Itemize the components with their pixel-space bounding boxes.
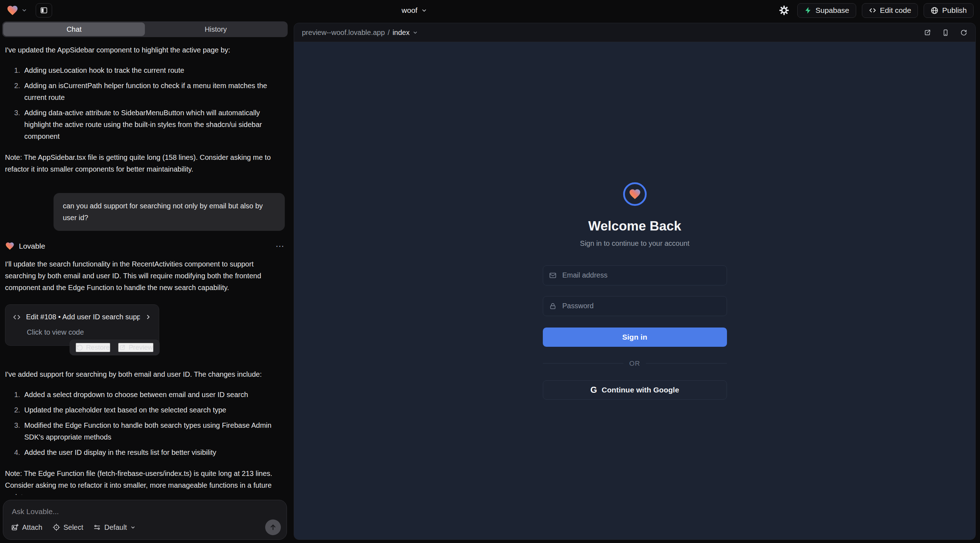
- list-item: Modified the Edge Function to handle bot…: [22, 419, 285, 443]
- list-item: Updated the placeholder text based on th…: [22, 404, 285, 416]
- edit-card-subtitle: Click to view code: [27, 326, 152, 338]
- lock-icon: [549, 302, 557, 310]
- assistant-name: Lovable: [19, 240, 45, 252]
- attach-label: Attach: [22, 523, 43, 532]
- assistant-list: Adding useLocation hook to track the cur…: [5, 65, 285, 142]
- sliders-icon: [93, 523, 101, 531]
- divider-line: [543, 363, 624, 364]
- attach-button[interactable]: Attach: [11, 523, 43, 532]
- restore-icon: [76, 344, 83, 351]
- user-message-row: can you add support for searching not on…: [5, 193, 285, 231]
- publish-button[interactable]: Publish: [924, 3, 974, 18]
- lovable-logo-menu[interactable]: [6, 4, 27, 16]
- chat-input[interactable]: [12, 507, 278, 516]
- edit-code-button[interactable]: Edit code: [862, 3, 918, 18]
- assistant-list: Added a select dropdown to choose betwee…: [5, 389, 285, 459]
- mode-label: Default: [104, 523, 127, 532]
- gear-icon: [779, 5, 789, 15]
- supabase-button[interactable]: Supabase: [797, 3, 856, 18]
- chevron-down-icon: [21, 8, 27, 13]
- mode-selector-button[interactable]: Default: [93, 523, 135, 532]
- preview-panel: preview--woof.lovable.app / index: [294, 23, 976, 540]
- email-field[interactable]: [543, 265, 727, 286]
- google-g-icon: G: [590, 385, 597, 395]
- restore-label: Restore: [86, 344, 110, 351]
- mail-icon: [549, 272, 557, 279]
- login-subtitle: Sign in to continue to your account: [580, 240, 689, 248]
- edit-version-card[interactable]: Edit #108 • Add user ID search supp... C…: [5, 304, 159, 346]
- chat-panel: Chat History I've updated the AppSidebar…: [0, 21, 290, 543]
- preview-url-bar: preview--woof.lovable.app / index: [294, 23, 975, 42]
- assistant-paragraph: I've added support for searching by both…: [5, 368, 285, 380]
- supabase-label: Supabase: [816, 6, 850, 14]
- url-separator: /: [388, 29, 390, 37]
- globe-icon: [931, 6, 939, 14]
- preview-domain[interactable]: preview--woof.lovable.app: [302, 29, 385, 37]
- sidebar-toggle-button[interactable]: [36, 3, 52, 17]
- mobile-view-icon[interactable]: [942, 29, 949, 37]
- preview-label: Preview: [129, 344, 153, 351]
- lovable-app-window: woof Supabase Ed: [0, 0, 980, 543]
- restore-button[interactable]: Restore: [76, 343, 111, 352]
- sign-in-button[interactable]: Sign in: [543, 327, 727, 347]
- list-item: Added the user ID display in the results…: [22, 447, 285, 459]
- supabase-bolt-icon: [804, 6, 812, 14]
- chat-history-tabs: Chat History: [2, 21, 288, 37]
- edit-card-header: Edit #108 • Add user ID search supp...: [13, 311, 152, 323]
- chat-composer[interactable]: Attach Select Default: [3, 500, 287, 540]
- email-field-wrapper: [543, 265, 727, 286]
- assistant-note: Note: The Edge Function file (fetch-fire…: [5, 468, 285, 495]
- chevron-down-icon: [130, 525, 135, 530]
- password-field-wrapper: [543, 296, 727, 316]
- open-in-new-tab-icon[interactable]: [924, 29, 931, 37]
- chevron-right-icon: [145, 314, 152, 321]
- user-message-bubble: can you add support for searching not on…: [54, 193, 285, 231]
- assistant-header: Lovable ⋯: [5, 240, 285, 252]
- top-bar-left: [6, 3, 52, 17]
- assistant-paragraph: I've updated the AppSidebar component to…: [5, 44, 285, 56]
- send-button[interactable]: [265, 519, 281, 535]
- top-bar: woof Supabase Ed: [0, 0, 980, 21]
- page-chevron-icon[interactable]: [412, 30, 418, 35]
- preview-toolbar-icons: [924, 29, 967, 37]
- edit-card-actions: Restore Preview: [70, 340, 159, 355]
- password-field[interactable]: [543, 296, 727, 316]
- app-logo-circle: [623, 182, 647, 206]
- tab-history[interactable]: History: [145, 22, 286, 36]
- panel-left-icon: [40, 6, 48, 14]
- select-label: Select: [64, 523, 84, 532]
- arrow-up-icon: [269, 523, 277, 531]
- google-button-label: Continue with Google: [602, 386, 679, 394]
- divider-line: [646, 363, 727, 364]
- edit-code-label: Edit code: [880, 6, 912, 14]
- preview-edit-button[interactable]: Preview: [118, 343, 153, 352]
- more-options-icon[interactable]: ⋯: [275, 240, 285, 252]
- settings-button[interactable]: [776, 3, 792, 17]
- code-icon: [13, 313, 21, 321]
- chat-message-list[interactable]: I've updated the AppSidebar component to…: [0, 37, 290, 495]
- top-bar-center: woof: [52, 6, 776, 14]
- or-label: OR: [629, 360, 640, 367]
- continue-with-google-button[interactable]: G Continue with Google: [543, 380, 727, 400]
- list-item: Adding an isCurrentPath helper function …: [22, 80, 285, 103]
- top-bar-right: Supabase Edit code Publish: [776, 3, 974, 18]
- select-element-button[interactable]: Select: [52, 523, 84, 532]
- login-title: Welcome Back: [588, 219, 681, 234]
- login-form: Welcome Back Sign in to continue to your…: [543, 182, 727, 400]
- composer-toolbar: Attach Select Default: [11, 519, 281, 535]
- assistant-note: Note: The AppSidebar.tsx file is getting…: [5, 152, 285, 175]
- lovable-heart-icon: [6, 4, 19, 16]
- assistant-paragraph: I'll update the search functionality in …: [5, 258, 285, 294]
- attach-image-icon: [11, 523, 19, 531]
- app-heart-icon: [628, 188, 641, 200]
- list-item: Adding useLocation hook to track the cur…: [22, 65, 285, 76]
- external-link-icon: [119, 344, 126, 351]
- preview-viewport: Welcome Back Sign in to continue to your…: [294, 42, 975, 540]
- list-item: Added a select dropdown to choose betwee…: [22, 389, 285, 401]
- list-item: Adding data-active attribute to SidebarM…: [22, 107, 285, 142]
- project-menu-chevron-icon[interactable]: [421, 8, 427, 14]
- refresh-icon[interactable]: [960, 29, 967, 37]
- tab-chat[interactable]: Chat: [3, 22, 145, 36]
- preview-page-name[interactable]: index: [393, 29, 410, 37]
- project-title: woof: [401, 6, 417, 14]
